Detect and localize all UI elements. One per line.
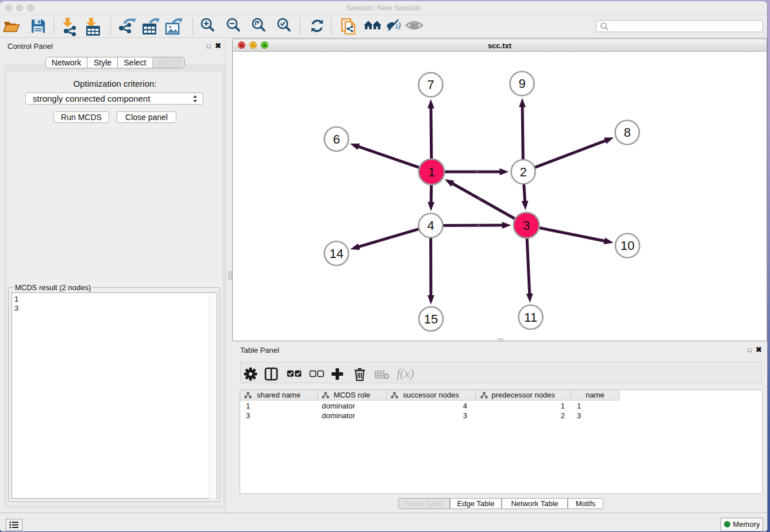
svg-text:8: 8 [623,125,630,140]
svg-text:11: 11 [524,310,537,325]
svg-text:15: 15 [424,312,438,326]
svg-text:1: 1 [428,165,435,179]
svg-text:9: 9 [518,76,525,91]
svg-text:3: 3 [523,218,530,233]
svg-text:7: 7 [427,78,434,92]
svg-text:10: 10 [621,238,634,253]
svg-text:4: 4 [427,218,434,233]
svg-text:2: 2 [519,165,526,179]
svg-text:14: 14 [329,246,343,261]
svg-text:6: 6 [333,132,340,147]
